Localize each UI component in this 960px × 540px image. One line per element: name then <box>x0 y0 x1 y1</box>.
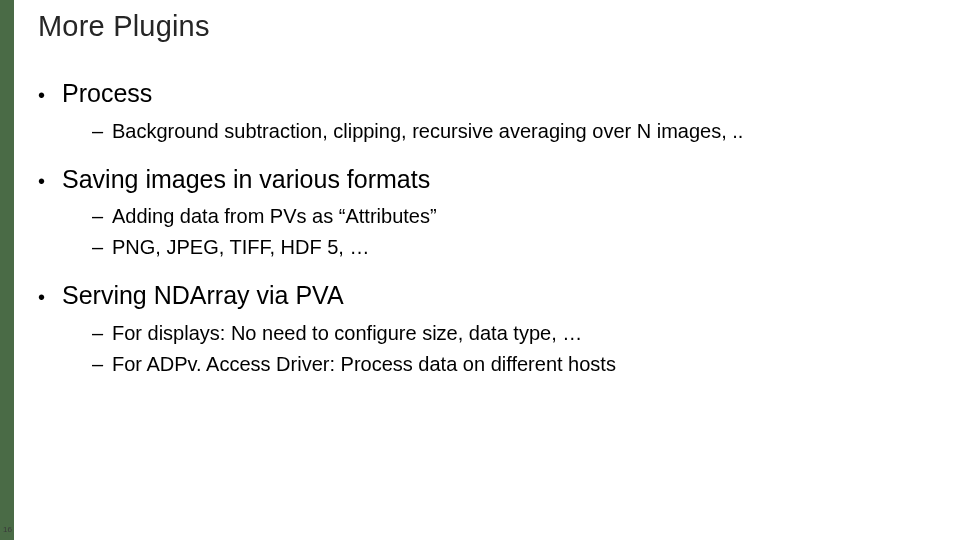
dash-icon: – <box>92 120 112 143</box>
slide-title: More Plugins <box>38 10 940 43</box>
sub-bullet-text: For ADPv. Access Driver: Process data on… <box>112 351 616 378</box>
sub-list: – Background subtraction, clipping, recu… <box>92 118 940 145</box>
sub-bullet-text: PNG, JPEG, TIFF, HDF 5, … <box>112 234 369 261</box>
bullet-icon: • <box>38 85 62 105</box>
list-item: – For displays: No need to configure siz… <box>92 320 940 347</box>
dash-icon: – <box>92 322 112 345</box>
sub-bullet-text: Background subtraction, clipping, recurs… <box>112 118 743 145</box>
bullet-list: • Process – Background subtraction, clip… <box>38 77 940 378</box>
page-number: 16 <box>3 525 12 534</box>
sidebar-accent <box>0 0 14 540</box>
list-item: – PNG, JPEG, TIFF, HDF 5, … <box>92 234 940 261</box>
bullet-icon: • <box>38 171 62 191</box>
bullet-text: Process <box>62 77 152 110</box>
list-item: • Process – Background subtraction, clip… <box>38 77 940 145</box>
dash-icon: – <box>92 205 112 228</box>
list-item: – Adding data from PVs as “Attributes” <box>92 203 940 230</box>
sub-bullet-text: For displays: No need to configure size,… <box>112 320 582 347</box>
dash-icon: – <box>92 353 112 376</box>
list-item: – Background subtraction, clipping, recu… <box>92 118 940 145</box>
bullet-text: Saving images in various formats <box>62 163 430 196</box>
list-item: • Serving NDArray via PVA – For displays… <box>38 279 940 378</box>
bullet-text: Serving NDArray via PVA <box>62 279 344 312</box>
sub-list: – Adding data from PVs as “Attributes” –… <box>92 203 940 261</box>
list-item: • Saving images in various formats – Add… <box>38 163 940 262</box>
dash-icon: – <box>92 236 112 259</box>
bullet-icon: • <box>38 287 62 307</box>
list-item: – For ADPv. Access Driver: Process data … <box>92 351 940 378</box>
sub-bullet-text: Adding data from PVs as “Attributes” <box>112 203 437 230</box>
sub-list: – For displays: No need to configure siz… <box>92 320 940 378</box>
slide-content: More Plugins • Process – Background subt… <box>38 10 940 520</box>
